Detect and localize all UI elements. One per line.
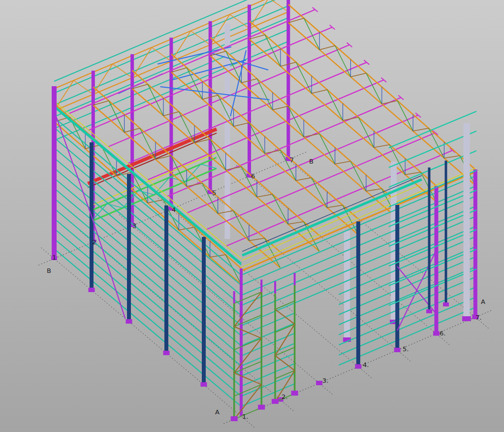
- grid-label: 7: [290, 156, 294, 164]
- grid-label: 1.: [242, 413, 248, 420]
- grid-label: 4: [172, 206, 176, 213]
- grid-label: 5: [212, 189, 216, 197]
- front-wall[interactable]: [241, 169, 478, 406]
- grid-label: 3: [132, 222, 136, 230]
- roof-trusses[interactable]: [54, 4, 475, 284]
- model-viewport[interactable]: 1.2.3.4.5.6.7.1234567AABB: [0, 0, 504, 432]
- right-wall[interactable]: [389, 111, 476, 321]
- grid-label: 1: [52, 254, 56, 261]
- grid-label: 5.: [403, 345, 409, 353]
- back-wall[interactable]: [51, 0, 291, 260]
- grid-label: 6: [251, 172, 255, 180]
- grid-label: B: [47, 267, 51, 274]
- model-canvas[interactable]: 1.2.3.4.5.6.7.1234567AABB: [0, 0, 504, 432]
- grid-label: 7.: [475, 314, 481, 321]
- grid-label: A: [215, 408, 220, 416]
- grid-label: 3.: [322, 377, 328, 384]
- grid-label: 6.: [440, 330, 445, 337]
- grid-label: A: [481, 298, 485, 305]
- grid-label: B: [309, 158, 314, 165]
- grid-label: 2.: [282, 393, 287, 400]
- gable-columns[interactable]: [343, 162, 398, 342]
- grid-label: 4.: [363, 361, 369, 368]
- grid-label: 2: [92, 238, 96, 246]
